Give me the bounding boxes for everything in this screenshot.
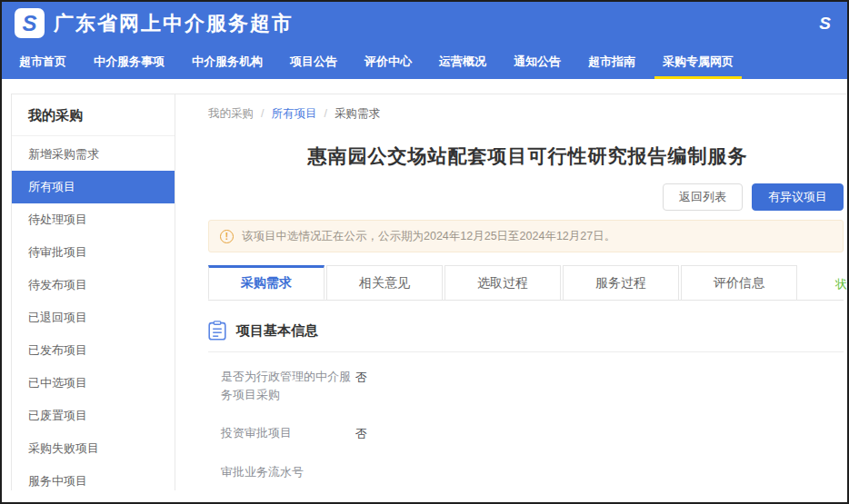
detail-tabs: 采购需求相关意见选取过程服务过程评价信息状: [208, 265, 844, 301]
field-label: 是否为行政管理的中介服务项目采购: [221, 368, 355, 404]
breadcrumb-采购需求: 采购需求: [335, 107, 380, 120]
breadcrumb-separator: /: [324, 107, 326, 120]
site-title: 广东省网上中介服务超市: [54, 10, 294, 37]
field-label: 投资审批项目: [221, 424, 355, 443]
sidebar: 我的采购新增采购需求所有项目待处理项目待审批项目待发布项目已退回项目已发布项目已…: [12, 94, 175, 490]
tab-相关意见[interactable]: 相关意见: [326, 265, 443, 300]
sidebar-item-已退回项目[interactable]: 已退回项目: [12, 301, 175, 334]
objection-project-button[interactable]: 有异议项目: [752, 183, 844, 211]
mini-logo-icon: S: [819, 15, 831, 32]
nav-item-中介服务机构[interactable]: 中介服务机构: [178, 44, 276, 79]
basic-info-fields: 是否为行政管理的中介服务项目采购否投资审批项目否审批业务流水号采购项目编码441…: [208, 352, 847, 490]
sidebar-item-待发布项目[interactable]: 待发布项目: [12, 269, 175, 301]
section-header-basic-info: 项目基本信息: [208, 321, 844, 352]
app-window: S 广东省网上中介服务超市 S 超市首页中介服务事项中介服务机构项目公告评价中心…: [0, 0, 849, 504]
nav-item-采购专属网页[interactable]: 采购专属网页: [649, 44, 747, 79]
field-value: 否: [355, 424, 367, 443]
field-value: 否: [355, 368, 367, 404]
nav-item-超市首页[interactable]: 超市首页: [5, 44, 80, 79]
sidebar-item-已废置项目[interactable]: 已废置项目: [12, 400, 175, 432]
main-nav: 超市首页中介服务事项中介服务机构项目公告评价中心运营概况通知公告超市指南采购专属…: [2, 44, 847, 79]
site-logo-icon: S: [15, 8, 45, 38]
clipboard-icon: [208, 321, 226, 341]
notice-text: 该项目中选情况正在公示，公示期为2024年12月25日至2024年12月27日。: [242, 229, 615, 244]
nav-item-超市指南[interactable]: 超市指南: [574, 44, 649, 79]
breadcrumb-separator: /: [261, 107, 264, 120]
status-label: 状: [835, 276, 847, 292]
sidebar-item-待审批项目[interactable]: 待审批项目: [12, 236, 175, 269]
sidebar-item-服务中项目[interactable]: 服务中项目: [12, 465, 175, 490]
breadcrumb-我的采购[interactable]: 我的采购: [208, 107, 254, 120]
back-to-list-button[interactable]: 返回列表: [663, 183, 743, 211]
sidebar-item-所有项目[interactable]: 所有项目: [12, 171, 175, 203]
nav-item-通知公告[interactable]: 通知公告: [500, 44, 574, 79]
section-title: 项目基本信息: [236, 322, 318, 340]
content-panel: 我的采购新增采购需求所有项目待处理项目待审批项目待发布项目已退回项目已发布项目已…: [11, 94, 847, 490]
field-label: 审批业务流水号: [221, 463, 355, 481]
nav-item-项目公告[interactable]: 项目公告: [276, 44, 351, 79]
warning-icon: !: [220, 230, 234, 243]
nav-item-运营概况[interactable]: 运营概况: [425, 44, 500, 79]
field-row: 是否为行政管理的中介服务项目采购否: [221, 358, 847, 414]
tab-服务过程[interactable]: 服务过程: [563, 265, 679, 300]
main-content: 我的采购/所有项目/采购需求 惠南园公交场站配套项目可行性研究报告编制服务 返回…: [175, 94, 847, 490]
page-title: 惠南园公交场站配套项目可行性研究报告编制服务: [208, 143, 847, 169]
breadcrumb-所有项目[interactable]: 所有项目: [271, 107, 316, 120]
sidebar-item-已中选项目[interactable]: 已中选项目: [12, 367, 175, 400]
tab-评价信息[interactable]: 评价信息: [681, 265, 797, 300]
sidebar-section: 我的采购新增采购需求所有项目待处理项目待审批项目待发布项目已退回项目已发布项目已…: [12, 94, 175, 490]
breadcrumb: 我的采购/所有项目/采购需求: [208, 106, 847, 122]
field-row: 投资审批项目否: [221, 414, 847, 453]
tab-选取过程[interactable]: 选取过程: [444, 265, 561, 300]
sidebar-list: 新增采购需求所有项目待处理项目待审批项目待发布项目已退回项目已发布项目已中选项目…: [12, 138, 175, 490]
nav-item-评价中心[interactable]: 评价中心: [351, 44, 425, 79]
publicity-notice: ! 该项目中选情况正在公示，公示期为2024年12月25日至2024年12月27…: [208, 220, 844, 252]
sidebar-heading: 我的采购: [12, 94, 175, 136]
site-logo-letter: S: [22, 13, 36, 35]
tab-采购需求[interactable]: 采购需求: [208, 265, 325, 300]
sidebar-item-待处理项目[interactable]: 待处理项目: [12, 203, 175, 236]
sidebar-item-已发布项目[interactable]: 已发布项目: [12, 334, 175, 367]
sidebar-item-采购失败项目[interactable]: 采购失败项目: [12, 432, 175, 465]
nav-item-中介服务事项[interactable]: 中介服务事项: [80, 44, 178, 79]
field-row: 审批业务流水号: [221, 453, 847, 490]
action-buttons: 返回列表 有异议项目: [208, 183, 844, 211]
sidebar-item-新增采购需求[interactable]: 新增采购需求: [12, 138, 175, 171]
app-header: S 广东省网上中介服务超市 S: [2, 2, 847, 44]
